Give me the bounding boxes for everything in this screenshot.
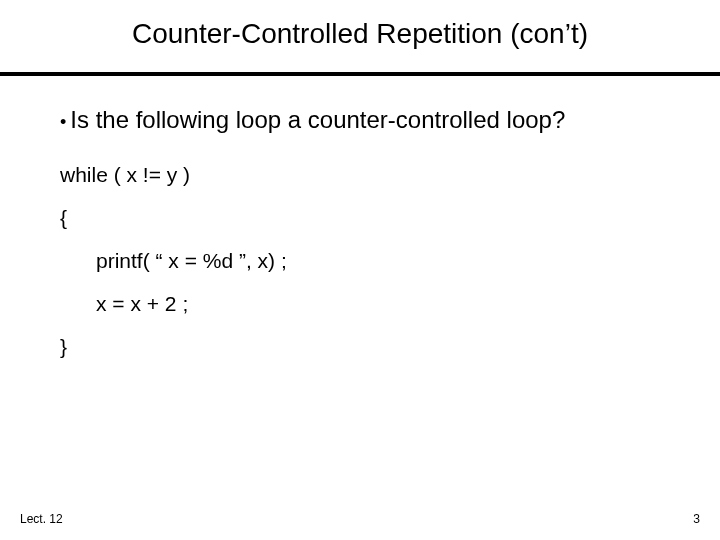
footer-page-number: 3 [693, 512, 700, 526]
footer: Lect. 12 3 [0, 512, 720, 526]
code-block: while ( x != y ) { printf( “ x = %d ”, x… [60, 164, 670, 357]
bullet-text: Is the following loop a counter-controll… [70, 106, 565, 133]
code-line-close-brace: } [60, 336, 670, 357]
slide-content: •Is the following loop a counter-control… [0, 76, 720, 357]
code-line-open-brace: { [60, 207, 670, 228]
code-line-while: while ( x != y ) [60, 164, 670, 185]
code-line-increment: x = x + 2 ; [60, 293, 670, 314]
bullet-marker: • [60, 112, 66, 132]
bullet-item: •Is the following loop a counter-control… [60, 104, 670, 136]
footer-lecture-label: Lect. 12 [20, 512, 63, 526]
slide-title: Counter-Controlled Repetition (con’t) [0, 0, 720, 66]
code-line-printf: printf( “ x = %d ”, x) ; [60, 250, 670, 271]
